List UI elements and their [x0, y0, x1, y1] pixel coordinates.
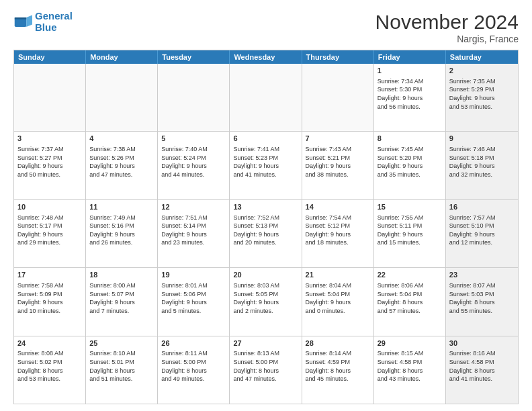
day-info: Sunrise: 8:11 AM Sunset: 5:00 PM Dayligh…: [161, 349, 226, 383]
day-info: Sunrise: 7:54 AM Sunset: 5:12 PM Dayligh…: [306, 214, 370, 247]
day-cell: 8Sunrise: 7:45 AM Sunset: 5:20 PM Daylig…: [374, 132, 446, 199]
day-cell: 3Sunrise: 7:37 AM Sunset: 5:27 PM Daylig…: [14, 132, 86, 199]
day-number: 22: [378, 270, 442, 280]
calendar-row: 10Sunrise: 7:48 AM Sunset: 5:17 PM Dayli…: [14, 200, 518, 268]
day-info: Sunrise: 8:15 AM Sunset: 4:58 PM Dayligh…: [378, 349, 442, 383]
day-number: 30: [449, 338, 515, 349]
svg-marker-1: [26, 15, 32, 27]
month-year: November 2024: [375, 11, 519, 34]
day-number: 17: [17, 270, 82, 280]
weekday-header-thursday: Thursday: [302, 50, 374, 64]
day-cell: 28Sunrise: 8:14 AM Sunset: 4:59 PM Dayli…: [302, 336, 374, 404]
day-number: 29: [378, 338, 442, 349]
day-cell: 20Sunrise: 8:03 AM Sunset: 5:05 PM Dayli…: [230, 268, 302, 335]
day-cell: 14Sunrise: 7:54 AM Sunset: 5:12 PM Dayli…: [302, 200, 374, 267]
day-cell: 22Sunrise: 8:06 AM Sunset: 5:04 PM Dayli…: [374, 268, 446, 335]
day-info: Sunrise: 7:52 AM Sunset: 5:13 PM Dayligh…: [233, 214, 298, 247]
day-cell: 10Sunrise: 7:48 AM Sunset: 5:17 PM Dayli…: [14, 200, 86, 267]
day-info: Sunrise: 7:45 AM Sunset: 5:20 PM Dayligh…: [378, 145, 442, 179]
calendar-row: 17Sunrise: 7:58 AM Sunset: 5:09 PM Dayli…: [14, 268, 518, 336]
day-info: Sunrise: 7:40 AM Sunset: 5:24 PM Dayligh…: [161, 145, 226, 179]
day-number: 10: [17, 202, 82, 212]
day-info: Sunrise: 7:43 AM Sunset: 5:21 PM Dayligh…: [306, 145, 370, 179]
calendar-row: 24Sunrise: 8:08 AM Sunset: 5:02 PM Dayli…: [14, 336, 518, 404]
day-cell: 15Sunrise: 7:55 AM Sunset: 5:11 PM Dayli…: [374, 200, 446, 267]
day-cell: 5Sunrise: 7:40 AM Sunset: 5:24 PM Daylig…: [158, 132, 230, 199]
day-number: 28: [306, 338, 370, 349]
day-number: 7: [306, 134, 370, 144]
day-cell: 18Sunrise: 8:00 AM Sunset: 5:07 PM Dayli…: [86, 268, 158, 335]
day-info: Sunrise: 7:46 AM Sunset: 5:18 PM Dayligh…: [449, 145, 515, 179]
logo-icon: [13, 13, 32, 32]
weekday-header-tuesday: Tuesday: [158, 50, 230, 64]
day-number: 21: [306, 270, 370, 280]
day-number: 25: [89, 338, 154, 349]
location: Nargis, France: [375, 34, 519, 44]
calendar-body: 1Sunrise: 7:34 AM Sunset: 5:30 PM Daylig…: [14, 64, 518, 404]
day-cell: 24Sunrise: 8:08 AM Sunset: 5:02 PM Dayli…: [14, 336, 86, 404]
day-info: Sunrise: 7:55 AM Sunset: 5:11 PM Dayligh…: [378, 214, 442, 247]
calendar-row: 3Sunrise: 7:37 AM Sunset: 5:27 PM Daylig…: [14, 132, 518, 199]
day-number: 26: [161, 338, 226, 349]
day-cell: 23Sunrise: 8:07 AM Sunset: 5:03 PM Dayli…: [446, 268, 518, 335]
day-number: 11: [89, 202, 154, 212]
day-number: 8: [378, 134, 442, 144]
weekday-header-sunday: Sunday: [14, 50, 86, 64]
weekday-header-wednesday: Wednesday: [230, 50, 302, 64]
day-cell: 12Sunrise: 7:51 AM Sunset: 5:14 PM Dayli…: [158, 200, 230, 267]
day-cell: 7Sunrise: 7:43 AM Sunset: 5:21 PM Daylig…: [302, 132, 374, 199]
day-info: Sunrise: 8:01 AM Sunset: 5:06 PM Dayligh…: [161, 281, 226, 315]
weekday-header-monday: Monday: [86, 50, 158, 64]
day-info: Sunrise: 8:08 AM Sunset: 5:02 PM Dayligh…: [17, 349, 82, 383]
day-cell: 13Sunrise: 7:52 AM Sunset: 5:13 PM Dayli…: [230, 200, 302, 267]
calendar-row: 1Sunrise: 7:34 AM Sunset: 5:30 PM Daylig…: [14, 64, 518, 132]
weekday-header-friday: Friday: [374, 50, 446, 64]
day-info: Sunrise: 8:03 AM Sunset: 5:05 PM Dayligh…: [233, 281, 298, 315]
day-number: 1: [378, 66, 442, 76]
empty-cell: [86, 64, 158, 131]
day-info: Sunrise: 8:16 AM Sunset: 4:58 PM Dayligh…: [449, 349, 515, 383]
day-cell: 6Sunrise: 7:41 AM Sunset: 5:23 PM Daylig…: [230, 132, 302, 199]
day-cell: 29Sunrise: 8:15 AM Sunset: 4:58 PM Dayli…: [374, 336, 446, 404]
day-cell: 9Sunrise: 7:46 AM Sunset: 5:18 PM Daylig…: [446, 132, 518, 199]
day-info: Sunrise: 8:00 AM Sunset: 5:07 PM Dayligh…: [89, 281, 154, 315]
day-number: 4: [89, 134, 154, 144]
day-cell: 21Sunrise: 8:04 AM Sunset: 5:04 PM Dayli…: [302, 268, 374, 335]
day-cell: 2Sunrise: 7:35 AM Sunset: 5:29 PM Daylig…: [446, 64, 518, 131]
day-info: Sunrise: 7:34 AM Sunset: 5:30 PM Dayligh…: [378, 77, 442, 111]
day-info: Sunrise: 8:10 AM Sunset: 5:01 PM Dayligh…: [89, 349, 154, 383]
day-info: Sunrise: 8:13 AM Sunset: 5:00 PM Dayligh…: [233, 349, 298, 383]
day-cell: 25Sunrise: 8:10 AM Sunset: 5:01 PM Dayli…: [86, 336, 158, 404]
day-info: Sunrise: 8:14 AM Sunset: 4:59 PM Dayligh…: [306, 349, 370, 383]
day-number: 23: [449, 270, 515, 280]
day-number: 13: [233, 202, 298, 212]
day-number: 9: [449, 134, 515, 144]
calendar-header: SundayMondayTuesdayWednesdayThursdayFrid…: [14, 50, 518, 64]
day-number: 5: [161, 134, 226, 144]
logo-text: General Blue: [35, 11, 73, 33]
day-number: 18: [89, 270, 154, 280]
day-info: Sunrise: 7:48 AM Sunset: 5:17 PM Dayligh…: [17, 214, 82, 247]
weekday-header-saturday: Saturday: [446, 50, 518, 64]
title-block: November 2024 Nargis, France: [375, 11, 519, 44]
logo: General Blue: [13, 11, 73, 33]
day-number: 3: [17, 134, 82, 144]
day-info: Sunrise: 7:41 AM Sunset: 5:23 PM Dayligh…: [233, 145, 298, 179]
day-cell: 26Sunrise: 8:11 AM Sunset: 5:00 PM Dayli…: [158, 336, 230, 404]
day-info: Sunrise: 7:49 AM Sunset: 5:16 PM Dayligh…: [89, 214, 154, 247]
day-info: Sunrise: 7:51 AM Sunset: 5:14 PM Dayligh…: [161, 214, 226, 247]
page: General Blue November 2024 Nargis, Franc…: [0, 0, 532, 411]
day-cell: 11Sunrise: 7:49 AM Sunset: 5:16 PM Dayli…: [86, 200, 158, 267]
empty-cell: [14, 64, 86, 131]
day-info: Sunrise: 8:04 AM Sunset: 5:04 PM Dayligh…: [306, 281, 370, 315]
day-number: 12: [161, 202, 226, 212]
empty-cell: [230, 64, 302, 131]
day-info: Sunrise: 8:07 AM Sunset: 5:03 PM Dayligh…: [449, 281, 515, 315]
day-cell: 27Sunrise: 8:13 AM Sunset: 5:00 PM Dayli…: [230, 336, 302, 404]
day-cell: 1Sunrise: 7:34 AM Sunset: 5:30 PM Daylig…: [374, 64, 446, 131]
day-cell: 19Sunrise: 8:01 AM Sunset: 5:06 PM Dayli…: [158, 268, 230, 335]
day-info: Sunrise: 7:58 AM Sunset: 5:09 PM Dayligh…: [17, 281, 82, 315]
day-number: 20: [233, 270, 298, 280]
day-cell: 4Sunrise: 7:38 AM Sunset: 5:26 PM Daylig…: [86, 132, 158, 199]
day-number: 24: [17, 338, 82, 349]
